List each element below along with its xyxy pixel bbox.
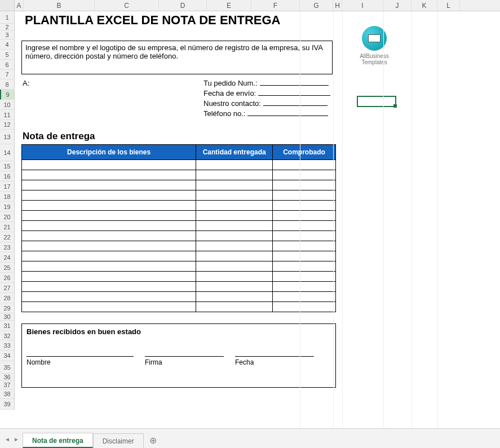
row-header-26[interactable]: 26 (0, 273, 15, 283)
table-row[interactable] (22, 241, 336, 251)
row-header-24[interactable]: 24 (0, 252, 15, 263)
row-header-27[interactable]: 27 (0, 283, 15, 293)
row-header-36[interactable]: 36 (0, 374, 15, 381)
signature-sign-line[interactable] (145, 356, 224, 357)
row-header-38[interactable]: 38 (0, 389, 15, 399)
field-order-num[interactable]: Tu pedido Num.: (203, 79, 329, 87)
table-cell[interactable] (273, 272, 336, 282)
table-cell[interactable] (22, 211, 196, 221)
table-cell[interactable] (22, 272, 196, 282)
table-row[interactable] (22, 201, 336, 211)
table-cell[interactable] (273, 241, 336, 251)
row-header-2[interactable]: 2 (0, 24, 15, 31)
table-cell[interactable] (22, 241, 196, 251)
col-header-A[interactable]: A (15, 0, 24, 11)
row-header-22[interactable]: 22 (0, 232, 15, 242)
col-header-E[interactable]: E (207, 0, 251, 11)
table-cell[interactable] (22, 190, 196, 201)
company-info-box[interactable]: Ingrese el nombre y el logotipo de su em… (21, 41, 333, 74)
table-cell[interactable] (196, 190, 273, 201)
table-cell[interactable] (196, 302, 273, 312)
table-row[interactable] (22, 231, 336, 241)
row-header-19[interactable]: 19 (0, 202, 15, 212)
table-cell[interactable] (196, 292, 273, 302)
row-header-9[interactable]: 9 (0, 90, 15, 100)
row-header-31[interactable]: 31 (0, 321, 15, 331)
row-header-7[interactable]: 7 (0, 70, 15, 79)
table-cell[interactable] (273, 251, 336, 261)
row-header-16[interactable]: 16 (0, 171, 15, 181)
row-header-28[interactable]: 28 (0, 293, 15, 303)
row-header-12[interactable]: 12 (0, 120, 15, 130)
signature-name-line[interactable] (26, 356, 134, 357)
table-cell[interactable] (273, 221, 336, 231)
col-header-L[interactable]: L (437, 0, 460, 11)
row-header-4[interactable]: 4 (0, 39, 15, 50)
table-cell[interactable] (22, 302, 196, 312)
table-cell[interactable] (22, 261, 196, 272)
row-header-23[interactable]: 23 (0, 242, 15, 252)
field-ship-date[interactable]: Fecha de envío: (203, 89, 330, 97)
tab-next-icon[interactable]: ► (12, 436, 20, 443)
tab-nota-de-entrega[interactable]: Nota de entrega (23, 433, 93, 448)
table-cell[interactable] (196, 221, 273, 231)
row-header-8[interactable]: 8 (0, 79, 15, 90)
table-cell[interactable] (273, 302, 336, 312)
col-header-K[interactable]: K (411, 0, 437, 11)
table-cell[interactable] (196, 282, 273, 292)
row-header-17[interactable]: 17 (0, 181, 15, 192)
table-row[interactable] (22, 190, 336, 201)
row-header-33[interactable]: 33 (0, 340, 15, 351)
table-cell[interactable] (273, 160, 336, 170)
table-cell[interactable] (22, 160, 196, 170)
row-header-25[interactable]: 25 (0, 263, 15, 273)
col-header-I[interactable]: I (342, 0, 383, 11)
table-cell[interactable] (273, 292, 336, 302)
row-header-14[interactable]: 14 (0, 144, 15, 161)
table-cell[interactable] (22, 231, 196, 241)
sheet-content[interactable]: PLANTILLA EXCEL DE NOTA DE ENTREGA Ingre… (15, 11, 500, 428)
row-header-13[interactable]: 13 (0, 130, 15, 144)
field-contact[interactable]: Nuestro contacto: (203, 99, 328, 108)
row-header-21[interactable]: 21 (0, 222, 15, 232)
row-header-11[interactable]: 11 (0, 110, 15, 120)
table-cell[interactable] (22, 180, 196, 190)
field-phone[interactable]: Teléfono no.: (203, 109, 328, 118)
table-cell[interactable] (273, 170, 336, 180)
table-row[interactable] (22, 251, 336, 261)
row-header-39[interactable]: 39 (0, 399, 15, 410)
add-sheet-button[interactable]: ⊕ (144, 433, 162, 448)
table-cell[interactable] (196, 241, 273, 251)
delivery-table[interactable]: Descripción de los bienes Cantidad entre… (21, 144, 336, 312)
row-header-15[interactable]: 15 (0, 161, 15, 171)
table-cell[interactable] (273, 180, 336, 190)
table-cell[interactable] (22, 221, 196, 231)
select-all-corner[interactable] (0, 0, 15, 11)
tab-prev-icon[interactable]: ◄ (3, 436, 11, 443)
row-header-6[interactable]: 6 (0, 60, 15, 70)
table-cell[interactable] (273, 201, 336, 211)
col-header-G[interactable]: G (300, 0, 333, 11)
table-row[interactable] (22, 282, 336, 292)
col-header-D[interactable]: D (159, 0, 207, 11)
table-row[interactable] (22, 180, 336, 190)
table-cell[interactable] (196, 261, 273, 272)
col-header-H[interactable]: H (333, 0, 342, 11)
row-header-35[interactable]: 35 (0, 361, 15, 374)
row-header-37[interactable]: 37 (0, 381, 15, 389)
table-row[interactable] (22, 302, 336, 312)
table-cell[interactable] (273, 211, 336, 221)
table-cell[interactable] (196, 170, 273, 180)
delivery-table-body[interactable] (22, 160, 336, 312)
row-header-18[interactable]: 18 (0, 192, 15, 202)
table-row[interactable] (22, 292, 336, 302)
table-row[interactable] (22, 221, 336, 231)
table-row[interactable] (22, 160, 336, 170)
table-cell[interactable] (22, 201, 196, 211)
table-cell[interactable] (196, 251, 273, 261)
row-header-30[interactable]: 30 (0, 313, 15, 321)
row-header-3[interactable]: 3 (0, 31, 15, 39)
table-cell[interactable] (273, 231, 336, 241)
row-header-32[interactable]: 32 (0, 331, 15, 340)
tab-disclaimer[interactable]: Disclaimer (93, 433, 144, 448)
